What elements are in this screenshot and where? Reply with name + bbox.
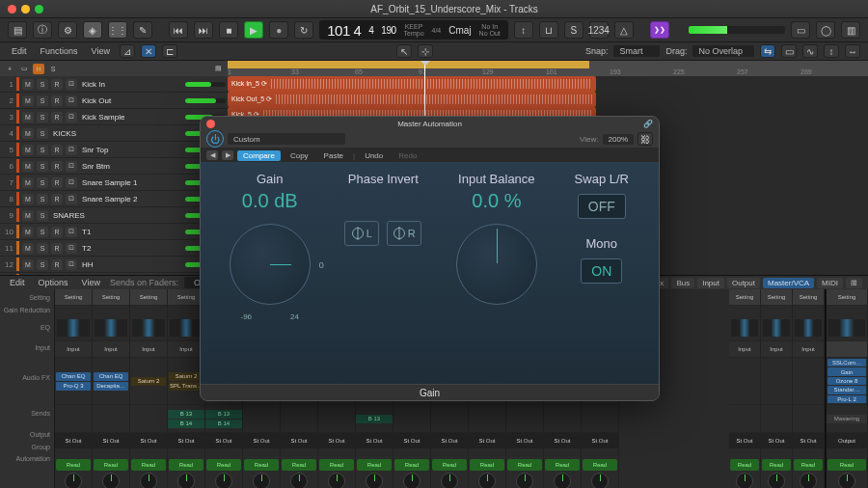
output-slot[interactable]: St Out — [793, 433, 824, 448]
output-slot[interactable]: St Out — [544, 433, 581, 448]
insert-slot[interactable]: SSLCom… — [827, 359, 866, 366]
output-slot[interactable]: St Out — [130, 433, 167, 448]
mute-button[interactable]: M — [22, 161, 34, 172]
pan-knob[interactable] — [761, 472, 792, 488]
zoom-selector[interactable]: 200% — [603, 134, 634, 145]
input-monitor[interactable]: ⊡ — [66, 194, 77, 204]
mute-button[interactable]: M — [22, 259, 34, 270]
output-slot[interactable]: St Out — [168, 433, 204, 448]
mixer-filter-master/vca[interactable]: Master/VCA — [763, 278, 814, 288]
record-enable[interactable]: R — [51, 79, 63, 90]
cycle-button[interactable]: ↻ — [294, 21, 313, 39]
record-enable[interactable]: R — [51, 95, 63, 106]
play-button[interactable]: ▶ — [244, 21, 263, 39]
compare-button[interactable]: Compare — [237, 150, 281, 161]
functions-menu[interactable]: Functions — [37, 44, 82, 58]
solo-button[interactable]: S — [37, 145, 48, 155]
record-enable[interactable]: R — [51, 194, 63, 204]
pan-knob[interactable] — [506, 472, 543, 488]
edit-menu[interactable]: Edit — [8, 44, 31, 58]
solo-button[interactable]: S — [37, 177, 48, 188]
pan-knob[interactable] — [168, 472, 204, 488]
input-monitor[interactable]: ⊡ — [66, 95, 77, 106]
audio-region[interactable]: Kick In_5 ⟳ — [228, 76, 596, 92]
toolbar-button[interactable]: ⚙ — [58, 21, 77, 39]
waveform-zoom[interactable]: ∿ — [802, 44, 818, 58]
output-slot[interactable]: St Out — [243, 433, 280, 448]
mono-toggle[interactable]: ON — [581, 258, 622, 284]
solo-button[interactable]: S — [37, 128, 48, 139]
mute-button[interactable]: M — [22, 128, 34, 139]
channel-strip[interactable]: Setting Input Chan EQPro-Q 3 St Out Read… — [55, 289, 93, 488]
channel-strip[interactable]: Setting Input Saturn 2 St Out Read Bus 5 — [130, 289, 168, 488]
mixer-edit-menu[interactable]: Edit — [6, 276, 29, 289]
forward-button[interactable]: ⏭ — [194, 21, 213, 39]
volume-slider[interactable] — [185, 98, 226, 103]
send-slot[interactable]: B 13 — [168, 410, 204, 419]
plugin-link-icon[interactable]: ⛓ — [637, 132, 653, 146]
track-row[interactable]: 5 M S R⊡ Snr Top — [0, 142, 228, 158]
eq-thumbnail[interactable] — [93, 315, 129, 341]
mute-button[interactable]: M — [22, 145, 34, 155]
automation-mode[interactable]: Read — [357, 459, 392, 471]
record-enable[interactable]: R — [51, 227, 63, 237]
close-icon[interactable] — [206, 120, 215, 128]
stop-button[interactable]: ■ — [219, 21, 238, 39]
insert-slot[interactable]: Chan EQ — [56, 372, 91, 381]
setting-slot[interactable]: Setting — [130, 289, 167, 306]
link-icon[interactable]: 🔗 — [643, 120, 653, 128]
loop-browser-button[interactable]: ◯ — [816, 21, 835, 39]
redo-button[interactable]: Redo — [393, 150, 422, 161]
mute-button[interactable]: M — [22, 177, 34, 188]
pan-knob[interactable] — [318, 472, 355, 488]
audio-region[interactable]: Kick Out_5 ⟳ — [228, 92, 596, 107]
flex-button[interactable]: ✕ — [141, 44, 156, 58]
add-track-button[interactable]: + — [4, 64, 15, 74]
output-slot[interactable]: St Out — [205, 433, 242, 448]
record-enable[interactable]: R — [51, 161, 63, 172]
plugin-window[interactable]: Master Automation 🔗 ⏻ Custom View: 200% … — [200, 116, 660, 401]
output-slot[interactable]: St Out — [469, 433, 505, 448]
zoom-window[interactable] — [35, 5, 43, 14]
eq-thumbnail[interactable] — [130, 315, 167, 341]
output-slot[interactable]: St Out — [281, 433, 317, 448]
setting-slot[interactable]: Setting — [93, 289, 129, 306]
pan-knob[interactable] — [356, 472, 393, 488]
track-row[interactable]: 11 M S R⊡ T2 — [0, 240, 228, 257]
mute-button[interactable]: M — [22, 79, 34, 90]
setting-slot[interactable]: Setting — [729, 289, 760, 306]
eq-thumbnail[interactable] — [827, 315, 867, 341]
eq-thumbnail[interactable] — [761, 315, 792, 341]
output-slot[interactable]: St Out — [729, 433, 760, 448]
master-channel[interactable]: Setting SSLCom…GainOzone 8Standar…Pro-L … — [825, 289, 868, 488]
record-enable[interactable]: R — [51, 112, 63, 122]
insert-slot[interactable]: Saturn 2 — [169, 372, 203, 381]
record-enable[interactable]: R — [51, 145, 63, 155]
track-row[interactable]: 13 M S R⊡ OH — [0, 273, 228, 275]
track-row[interactable]: 9 M S SNARES — [0, 207, 228, 224]
channel-strip[interactable]: Setting Input Chan EQDecapita… St Out Re… — [93, 289, 130, 488]
solo-button[interactable]: S — [37, 259, 48, 270]
mute-button[interactable]: M — [22, 112, 34, 122]
output-slot[interactable]: St Out — [506, 433, 543, 448]
power-button[interactable]: ⏻ — [206, 130, 224, 148]
input-monitor[interactable]: ⊡ — [66, 161, 77, 172]
track-filter[interactable]: ▤ — [212, 64, 224, 74]
browser-button[interactable]: ▥ — [841, 21, 860, 39]
v-zoom[interactable]: ↕ — [824, 44, 839, 58]
plugin-titlebar[interactable]: Master Automation 🔗 — [201, 117, 659, 130]
mixer-filter-input[interactable]: Input — [697, 278, 724, 288]
input-monitor[interactable]: ⊡ — [66, 243, 77, 254]
lcd-display[interactable]: 101 4 4 190 KEEPTempo 4/4 Cmaj No InNo O… — [319, 20, 508, 40]
record-enable[interactable]: R — [51, 243, 63, 254]
solo-button[interactable]: S — [37, 210, 48, 221]
solo-button[interactable]: S — [37, 95, 48, 106]
cycle-region[interactable] — [228, 61, 589, 68]
mute-button[interactable]: M — [22, 243, 34, 254]
notepad-button[interactable]: ▭ — [791, 21, 810, 39]
eq-thumbnail[interactable] — [729, 315, 760, 341]
insert-slot[interactable]: Saturn 2 — [131, 377, 166, 386]
link-button[interactable]: ⇆ — [760, 44, 775, 58]
mixer-options-menu[interactable]: Options — [35, 276, 72, 289]
output-slot[interactable]: St Out — [55, 433, 92, 448]
